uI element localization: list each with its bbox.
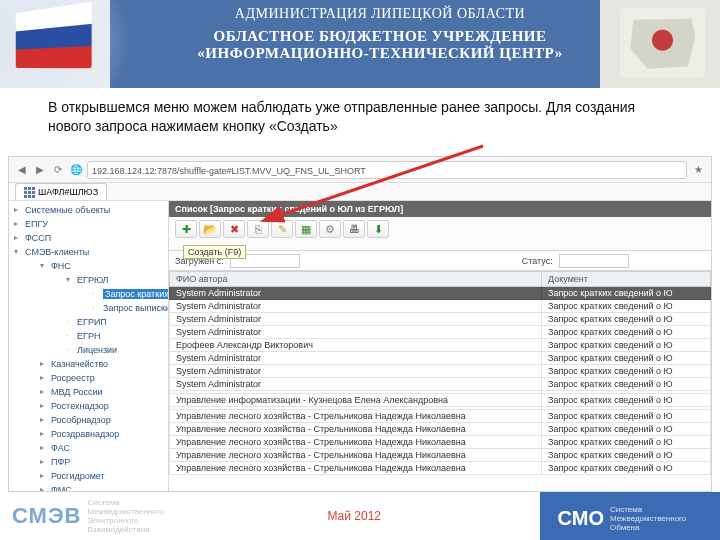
tree-item[interactable]: Росреестр [35, 371, 168, 385]
cell-document: Запрос кратких сведений о Ю [542, 462, 711, 475]
tree-item-label: Росгидромет [51, 471, 105, 481]
edit-button[interactable]: ✎ [271, 220, 293, 238]
print-button[interactable]: 🖶 [343, 220, 365, 238]
tool-button-1[interactable]: ⎘ [247, 220, 269, 238]
tree-item[interactable]: Лицензии [61, 343, 168, 357]
tree-item[interactable]: Росздравнадзор [35, 427, 168, 441]
tree-item[interactable]: ФАС [35, 441, 168, 455]
tree-item-label: Лицензии [77, 345, 117, 355]
create-button-tooltip: Создать (F9) [183, 245, 246, 259]
reload-icon[interactable]: ⟳ [51, 163, 65, 177]
slide-header: АДМИНИСТРАЦИЯ ЛИПЕЦКОЙ ОБЛАСТИ ОБЛАСТНОЕ… [0, 0, 720, 88]
browser-address-bar: ◀ ▶ ⟳ 🌐 192.168.124.12:7878/shuffle-gate… [9, 157, 711, 183]
tree-item-label: Запрос кратких сведений о ЮЛ [103, 289, 169, 299]
tree-item-label: ФНС [51, 261, 71, 271]
bookmark-icon[interactable]: ★ [691, 163, 705, 177]
back-icon[interactable]: ◀ [15, 163, 29, 177]
tab-title: ШАФЛ#ШЛЮЗ [38, 187, 98, 197]
main-panel: Список [Запрос кратких сведений о ЮЛ из … [169, 201, 711, 491]
tree-item[interactable]: ЕГРИП [61, 315, 168, 329]
smo-logo: СМО Система Межведомственного Обмена [558, 505, 700, 532]
table-row[interactable]: Ерофеев Александр ВикторовичЗапрос кратк… [170, 339, 711, 352]
tool-button-2[interactable]: ▦ [295, 220, 317, 238]
cell-author: System Administrator [170, 352, 542, 365]
tree-item[interactable]: Росгидромет [35, 469, 168, 483]
delete-button[interactable]: ✖ [223, 220, 245, 238]
table-row[interactable]: System AdministratorЗапрос кратких сведе… [170, 365, 711, 378]
tree-item-label: ФМС [51, 485, 72, 491]
tree-item[interactable]: ПФР [35, 455, 168, 469]
tree-item-label: Росреестр [51, 373, 95, 383]
cell-author: System Administrator [170, 313, 542, 326]
tree-item-label: ФССП [25, 233, 51, 243]
table-row[interactable]: System AdministratorЗапрос кратких сведе… [170, 378, 711, 391]
smev-logo: СМЭВ [12, 503, 81, 529]
cell-document: Запрос кратких сведений о Ю [542, 352, 711, 365]
list-toolbar: ✚ 📂 ✖ ⎘ ✎ ▦ ⚙ 🖶 ⬇ Создать (F9) [169, 217, 711, 251]
status-input[interactable] [559, 254, 629, 268]
tree-item[interactable]: ЕПГУ [9, 217, 168, 231]
list-title: Список [Запрос кратких сведений о ЮЛ из … [169, 201, 711, 217]
tool-button-3[interactable]: ⚙ [319, 220, 341, 238]
tree-item[interactable]: ЕГРЮЛЗапрос кратких сведений о ЮЛЗапрос … [61, 273, 168, 315]
tree-item[interactable]: Запрос кратких сведений о ЮЛ [87, 287, 168, 301]
col-author[interactable]: ФИО автора [170, 272, 542, 287]
slide-intro-text: В открывшемся меню можем наблюдать уже о… [0, 88, 720, 142]
tree-item[interactable]: МВД России [35, 385, 168, 399]
table-row[interactable]: Управление лесного хозяйства - Стрельник… [170, 410, 711, 423]
tree-item[interactable]: ФМС [35, 483, 168, 491]
app-icon [24, 187, 35, 198]
navigation-tree[interactable]: Системные объектыЕПГУФССПСМЭВ-клиентыФНС… [9, 201, 169, 491]
filter-row: Загружен с: Статус: [169, 251, 711, 271]
table-row[interactable]: Управление лесного хозяйства - Стрельник… [170, 449, 711, 462]
tree-item-label: ФАС [51, 443, 70, 453]
cell-author: System Administrator [170, 287, 542, 300]
tree-item[interactable]: Ростехнадзор [35, 399, 168, 413]
table-row[interactable]: Управление лесного хозяйства - Стрельник… [170, 462, 711, 475]
cell-author: System Administrator [170, 326, 542, 339]
cell-author: Управление лесного хозяйства - Стрельник… [170, 449, 542, 462]
tree-item-label: Росздравнадзор [51, 429, 119, 439]
table-row[interactable]: System AdministratorЗапрос кратких сведе… [170, 300, 711, 313]
url-input[interactable]: 192.168.124.12:7878/shuffle-gate#LIST.MV… [87, 161, 687, 179]
globe-icon: 🌐 [69, 163, 83, 177]
tree-item-label: ЕГРЮЛ [77, 275, 108, 285]
open-button[interactable]: 📂 [199, 220, 221, 238]
cell-author: Ерофеев Александр Викторович [170, 339, 542, 352]
table-row[interactable]: System AdministratorЗапрос кратких сведе… [170, 313, 711, 326]
tree-item[interactable]: Рособрнадзор [35, 413, 168, 427]
status-label: Статус: [522, 256, 553, 266]
tree-item-label: Запрос выписки сведений о ЮЛ [103, 303, 169, 313]
slide-footer: СМЭВ Система Межведомственного Электронн… [0, 492, 720, 540]
cell-author: Управление лесного хозяйства - Стрельник… [170, 410, 542, 423]
tree-item[interactable]: Системные объекты [9, 203, 168, 217]
col-document[interactable]: Документ [542, 272, 711, 287]
cell-document: Запрос кратких сведений о Ю [542, 339, 711, 352]
browser-tab-strip: ШАФЛ#ШЛЮЗ [9, 183, 711, 201]
tree-item[interactable]: ЕГРН [61, 329, 168, 343]
forward-icon[interactable]: ▶ [33, 163, 47, 177]
tree-item[interactable]: Казначейство [35, 357, 168, 371]
app-screenshot: ◀ ▶ ⟳ 🌐 192.168.124.12:7878/shuffle-gate… [8, 156, 712, 492]
export-button[interactable]: ⬇ [367, 220, 389, 238]
table-row[interactable]: Управление информатизации - Кузнецова Ел… [170, 394, 711, 407]
tree-item[interactable]: Запрос выписки сведений о ЮЛ [87, 301, 168, 315]
tree-item[interactable]: СМЭВ-клиентыФНСЕГРЮЛЗапрос кратких сведе… [9, 245, 168, 491]
cell-author: Управление лесного хозяйства - Стрельник… [170, 436, 542, 449]
table-row[interactable]: Управление лесного хозяйства - Стрельник… [170, 436, 711, 449]
create-button[interactable]: ✚ [175, 220, 197, 238]
cell-author: Управление информатизации - Кузнецова Ел… [170, 394, 542, 407]
org-line3: «ИНФОРМАЦИОННО-ТЕХНИЧЕСКИЙ ЦЕНТР» [150, 45, 610, 62]
cell-document: Запрос кратких сведений о Ю [542, 365, 711, 378]
table-row[interactable]: System AdministratorЗапрос кратких сведе… [170, 326, 711, 339]
tree-item[interactable]: ФНСЕГРЮЛЗапрос кратких сведений о ЮЛЗапр… [35, 259, 168, 357]
records-table[interactable]: ФИО автора Документ System Administrator… [169, 271, 711, 475]
table-row[interactable]: Управление лесного хозяйства - Стрельник… [170, 423, 711, 436]
cell-document: Запрос кратких сведений о Ю [542, 436, 711, 449]
footer-date: Май 2012 [327, 509, 381, 523]
tree-item[interactable]: ФССП [9, 231, 168, 245]
cell-document: Запрос кратких сведений о Ю [542, 378, 711, 391]
browser-tab[interactable]: ШАФЛ#ШЛЮЗ [15, 183, 107, 200]
table-row[interactable]: System AdministratorЗапрос кратких сведе… [170, 287, 711, 300]
table-row[interactable]: System AdministratorЗапрос кратких сведе… [170, 352, 711, 365]
